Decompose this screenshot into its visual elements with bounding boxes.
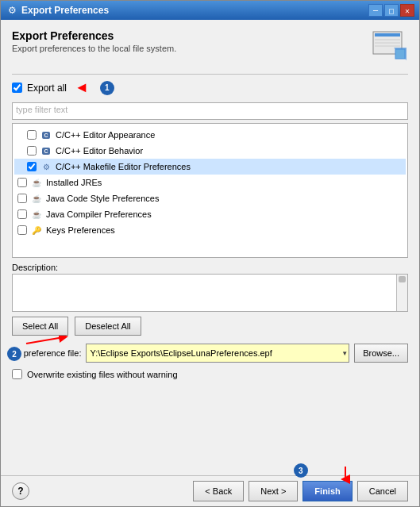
jre-icon: ☕ [30,176,43,189]
item-checkbox-6[interactable] [17,209,27,219]
annotation-3-badge: 3 [294,463,308,478]
description-label: Description: [12,263,408,272]
close-button[interactable]: ✕ [400,4,414,17]
item-label-7: Keys Preferences [46,225,115,235]
description-scrollbar[interactable] [396,275,407,311]
list-item: C C/C++ Editor Behavior [14,143,406,159]
overwrite-label[interactable]: Overwrite existing files without warning [27,370,178,379]
tree-container[interactable]: C C/C++ Editor Appearance C C/C++ Editor… [12,123,408,258]
page-title: Export Preferences [12,29,176,42]
select-buttons-row: Select All Deselect All [12,317,408,336]
back-button[interactable]: < Back [193,481,244,501]
bottom-bar: ? 3 < Back Next > Finish Cancel [1,475,419,506]
list-item: ☕ Installed JREs [14,175,406,190]
annotation-1-badge: 1 [100,81,114,95]
cpp-icon-3: ⚙ [40,160,52,173]
browse-button[interactable]: Browse... [354,344,408,363]
overwrite-row: Overwrite existing files without warning [12,369,408,379]
filter-input[interactable]: type filter text [12,102,408,120]
export-all-row: Export all ◄ 1 [12,79,408,96]
deselect-all-button[interactable]: Deselect All [75,317,141,336]
item-checkbox-4[interactable] [17,178,27,187]
java-icon-2: ☕ [30,208,43,221]
maximize-button[interactable]: □ [384,4,399,17]
item-checkbox-7[interactable] [17,225,27,235]
minimize-button[interactable]: ─ [368,4,383,17]
svg-rect-6 [395,49,405,59]
svg-rect-1 [375,33,400,36]
description-box [12,274,408,312]
cpp-icon: C [40,129,52,141]
item-label-4: Installed JREs [46,178,102,187]
pref-file-select[interactable]: Y:\Eclipse Exports\EclipseLunaPreference… [86,344,349,363]
svg-line-7 [26,337,64,344]
list-item: ☕ Java Code Style Preferences [14,190,406,206]
list-item: C C/C++ Editor Appearance [14,127,406,143]
export-preferences-window: ⚙ Export Preferences ─ □ ✕ Export Prefer… [0,0,420,507]
finish-button[interactable]: Finish [302,481,352,501]
list-item: ☕ Java Compiler Preferences [14,206,406,222]
header-icon [370,29,408,61]
export-all-checkbox[interactable] [12,83,22,93]
annotation-2-badge: 2 [7,347,21,361]
item-checkbox-5[interactable] [17,194,27,203]
cancel-button[interactable]: Cancel [357,481,408,501]
item-checkbox-1[interactable] [27,130,37,140]
item-label-5: Java Code Style Preferences [46,194,159,203]
list-item: ⚙ C/C++ Makefile Editor Preferences [14,159,406,175]
keys-icon: 🔑 [30,224,43,236]
annotation-1-arrow: ◄ [75,79,89,96]
window-icon: ⚙ [6,4,18,17]
java-icon-1: ☕ [30,192,43,205]
next-button[interactable]: Next > [249,481,298,501]
item-checkbox-3[interactable] [27,162,37,171]
title-bar: ⚙ Export Preferences ─ □ ✕ [1,1,419,20]
export-all-label[interactable]: Export all [27,83,67,94]
select-all-button[interactable]: Select All [12,317,68,336]
window-title: Export Preferences [21,5,109,16]
item-label-2: C/C++ Editor Behavior [56,146,143,156]
item-checkbox-2[interactable] [27,146,37,156]
pref-file-row: To preference file: Y:\Eclipse Exports\E… [12,344,408,363]
cpp-icon-2: C [40,144,52,157]
page-header: Export Preferences Export preferences to… [12,29,408,61]
overwrite-checkbox[interactable] [12,369,22,379]
help-button[interactable]: ? [12,482,29,500]
filter-placeholder: type filter text [16,105,67,114]
item-label-1: C/C++ Editor Appearance [56,130,155,140]
header-separator [12,74,408,75]
list-item: 🔑 Keys Preferences [14,222,406,238]
pref-file-label: To preference file: [12,348,81,358]
item-label-6: Java Compiler Preferences [46,209,152,219]
item-label-3: C/C++ Makefile Editor Preferences [56,162,191,171]
page-subtitle: Export preferences to the local file sys… [12,44,176,53]
bottom-right-buttons: 3 < Back Next > Finish Cancel [193,481,408,501]
main-content: Export Preferences Export preferences to… [1,20,419,475]
pref-file-combo-wrapper: Y:\Eclipse Exports\EclipseLunaPreference… [86,344,349,363]
